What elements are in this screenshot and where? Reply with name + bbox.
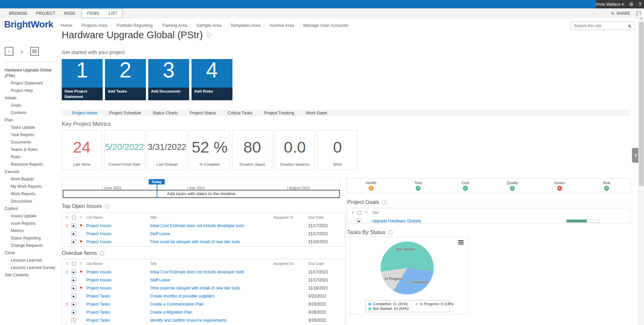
checkbox-column-icon[interactable] [70,259,77,268]
sidebar-item-site-contents[interactable]: Site Contents [5,271,58,279]
sidebar-item-lessons-learned-survey[interactable]: Lessons Learned Survey [5,264,58,271]
column-list-name[interactable]: List Name [86,259,143,268]
list-name-link[interactable]: Project Tasks [86,294,110,299]
item-menu-icon[interactable]: ▶ [71,223,76,228]
search-input[interactable] [571,23,629,28]
help-icon[interactable]: ? [639,2,641,7]
sidebar-item-plan[interactable]: Plan [5,116,58,124]
feedback-help-tab[interactable]: ? [632,148,639,163]
list-name-link[interactable]: Project Issues [86,270,111,274]
info-icon[interactable]: i [388,230,393,235]
item-menu-icon[interactable]: ▶ [71,286,76,290]
ribbon-tab-project[interactable]: PROJECT [32,9,60,18]
sidebar-item-metrics[interactable]: Metrics [5,227,58,234]
column-due-date[interactable]: Due Date [308,213,342,222]
four-arrows-icon[interactable]: ↔↕ [17,47,26,56]
info-icon[interactable]: i [206,33,211,38]
scroll-up-arrow-icon[interactable]: ▲ [639,16,644,19]
item-title-link[interactable]: Staff Leave [150,278,170,282]
nav-link-projects-area[interactable]: Projects Area [82,23,107,28]
sidebar-item-project-help[interactable]: Project Help [5,87,58,94]
get-started-tile-4[interactable]: 4Add Risks [192,59,232,100]
sidebar-item-teams-roles[interactable]: Teams & Roles [5,146,58,153]
document-lines-icon[interactable] [30,47,39,56]
list-name-link[interactable]: Project Tasks [86,302,110,307]
sidebar-item-project-statement[interactable]: Project Statement [5,79,58,87]
view-tab-status-charts[interactable]: Status Charts [153,111,178,115]
column-assigned-to[interactable]: Assigned To [273,213,310,222]
item-menu-icon[interactable]: ▶ [357,219,362,223]
view-tab-project-tracking[interactable]: Project Tracking [264,111,294,115]
item-title-link[interactable]: Identify and confirm resource requiremen… [150,318,226,323]
list-name-link[interactable]: Project Issues [86,286,111,290]
item-title-link[interactable]: Create a Migration Plan [150,310,192,315]
metric-card-duration-variance[interactable]: 0.0Duration Variance [275,130,315,170]
item-title-link[interactable]: Staff Leave [150,231,170,236]
sidebar-item-issues-update[interactable]: Issues Update [5,212,58,220]
nav-link-templates-area[interactable]: Templates Area [230,23,261,28]
list-name-link[interactable]: Project Issues [86,231,111,236]
ribbon-tab-list[interactable]: LIST [104,9,122,18]
get-started-tile-2[interactable]: 2Add Tasks [105,59,146,100]
item-menu-icon[interactable]: ▶ [71,239,76,244]
box-arrow-up-icon[interactable]: ↑ [5,47,13,56]
get-started-tile-3[interactable]: 3Add Documents [148,59,189,100]
get-started-tile-1[interactable]: 1View Project Statement [62,59,103,100]
item-title-link[interactable]: Initial Cost Estimate does not include d… [150,223,245,228]
column-assigned-to[interactable]: Assigned To [273,259,310,268]
scrollbar-thumb[interactable] [639,22,644,186]
metric-card-current-finish-date[interactable]: 5/20/2022Current Finish Date [104,130,145,170]
nav-link-training-area[interactable]: Training Area [162,23,187,28]
metric-card-late-items[interactable]: 24Late Items [62,130,102,170]
sidebar-item-control[interactable]: Control [5,205,58,212]
user-menu[interactable]: Anne Wallace▾ [596,2,624,7]
column-title[interactable]: Title [150,213,271,222]
list-name-link[interactable]: Project Tasks [86,310,110,315]
sidebar-item-goals[interactable]: Goals [5,102,58,109]
item-title-link[interactable]: Initial Cost Estimate does not include d… [150,270,245,274]
sidebar-item-work-boards[interactable]: Work Boards [5,175,58,183]
item-menu-icon[interactable]: ▶ [71,302,76,307]
metric-card-work[interactable]: 0Work [317,130,358,170]
sidebar-item-status-reporting[interactable]: Status Reporting [5,234,58,242]
legend-item-completed[interactable]: Completed: 11 (31%) [368,302,415,306]
list-name-link[interactable]: Project Issues [86,239,111,244]
edit-icon[interactable]: ✎ [71,318,76,323]
sidebar-item-change-requests[interactable]: Change Requests [5,242,58,249]
legend-item-not-started[interactable]: Not Started: 19 (54%) [368,307,415,311]
item-title-link[interactable]: Time could be delayed with install of ne… [150,286,240,290]
sidebar-item-work-reports[interactable]: Work Reports [5,190,58,198]
sidebar-item-hardware-upgrade-global-pstr-[interactable]: Hardware Upgrade Global (PStr) [5,66,58,79]
sidebar-item-task-reports[interactable]: Task Reports [5,131,58,139]
info-icon[interactable]: i [105,204,109,209]
sidebar-item-initiate[interactable]: Initiate [5,94,58,102]
list-name-link[interactable]: Project Issues [86,223,111,228]
nav-link-archive-area[interactable]: Archive Area [270,23,294,28]
item-title-link[interactable]: Create shortlist of possible suppliers [150,294,215,299]
sidebar-item-discussions[interactable]: Discussions [5,198,58,205]
nav-link-home[interactable]: Home [61,23,72,28]
sidebar-item-risks[interactable]: Risks [5,153,58,161]
item-menu-icon[interactable]: ▶ [71,310,76,315]
metric-card-last-change[interactable]: 3/31/2022Last Change [147,130,187,170]
nav-link-portfolio-reporting[interactable]: Portfolio Reporting [116,23,153,28]
ribbon-tab-browse[interactable]: BROWSE [5,9,32,18]
view-tab-work-gantt[interactable]: Work Gantt [306,111,327,115]
chart-menu-icon[interactable] [458,240,464,245]
item-title-link[interactable]: Create a Communication Plan [150,302,204,307]
goal-title-link[interactable]: Upgrade Hardware Globally [372,219,421,223]
column-due-date[interactable]: Due Date [308,259,342,268]
settings-gear-icon[interactable]: ⚙ [629,2,634,7]
view-tab-critical-tasks[interactable]: Critical Tasks [228,111,252,115]
ribbon-tab-page[interactable]: PAGE [60,9,79,18]
search-icon[interactable] [629,24,630,27]
view-tab-project-home[interactable]: Project Home [72,111,98,115]
brightwork-logo[interactable]: BrightWork [4,19,53,30]
view-tab-project-schedule[interactable]: Project Schedule [109,111,141,115]
column-title[interactable]: Title [372,208,429,217]
column-list-name[interactable]: List Name [86,213,143,222]
sidebar-item-lessons-learned[interactable]: Lessons Learned [5,257,58,264]
legend-item-in-progress[interactable]: In Progress: 5 (14%) [415,302,454,306]
nav-link-manage-user-accounts[interactable]: Manage User Accounts [303,23,348,28]
sidebar-item-tasks-update[interactable]: Tasks Update [5,124,58,131]
